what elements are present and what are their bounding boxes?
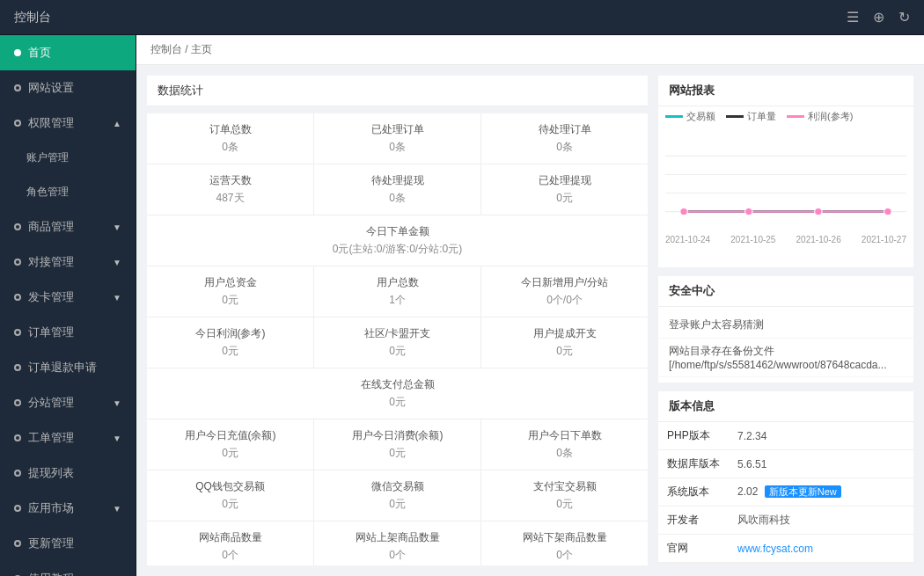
sidebar-item-docking[interactable]: 对接管理 ▼ <box>0 244 136 280</box>
stat-cell-orders-processed: 已处理订单 0条 <box>314 113 481 164</box>
globe-icon[interactable]: ⊕ <box>873 9 884 26</box>
sidebar-item-label: 提现列表 <box>28 465 74 481</box>
legend-color-profit <box>787 115 804 118</box>
legend-color-orders <box>726 115 744 118</box>
stat-cell-goods-offline: 网站下架商品数量 0个 <box>481 521 648 565</box>
stat-value: 0个/0个 <box>488 293 641 308</box>
sidebar-item-label: 首页 <box>28 45 51 61</box>
sidebar-item-orders[interactable]: 订单管理 <box>0 315 136 350</box>
stat-cell-goods-count: 网站商品数量 0个 <box>147 521 314 565</box>
version-number: 2.02 <box>737 485 758 498</box>
stat-label: 用户总数 <box>321 275 473 290</box>
legend-label: 订单量 <box>747 110 776 123</box>
sidebar-item-appmarket[interactable]: 应用市场 ▼ <box>0 491 136 526</box>
sidebar-item-refund[interactable]: 订单退款申请 <box>0 350 136 385</box>
stat-cell-withdraw-pending: 待处理提现 0条 <box>314 164 481 215</box>
stat-label: 网站上架商品数量 <box>321 530 473 545</box>
version-key: PHP版本 <box>658 422 729 450</box>
sidebar-dot <box>14 505 21 512</box>
content: 控制台 / 主页 数据统计 订单总数 0条 已处理订单 0条 <box>136 35 924 576</box>
sidebar-item-permissions[interactable]: 权限管理 ▲ <box>0 106 136 141</box>
stat-value: 0元 <box>488 191 641 206</box>
sidebar-item-label: 使用教程 <box>28 571 74 576</box>
stat-value: 0个 <box>488 548 641 563</box>
version-value: www.fcysat.com <box>729 535 913 563</box>
stat-cell-recharge: 用户今日充值(余额) 0元 <box>147 419 314 470</box>
chevron-down-icon: ▼ <box>113 258 121 267</box>
sidebar-item-label: 角色管理 <box>26 185 69 200</box>
sidebar-item-subsite[interactable]: 分站管理 ▼ <box>0 385 136 420</box>
stat-value: 0条 <box>488 140 641 155</box>
stat-label: 网站商品数量 <box>154 530 306 545</box>
chevron-up-icon: ▲ <box>113 119 121 128</box>
legend-color-transaction <box>665 115 683 118</box>
stat-label: 网站下架商品数量 <box>488 530 641 545</box>
chart-area: 2021-10-24 2021-10-25 2021-10-26 2021-10… <box>658 127 913 267</box>
website-link[interactable]: www.fcysat.com <box>737 543 813 555</box>
security-item: 登录账户太容易猜测 <box>658 312 913 339</box>
content-body: 数据统计 订单总数 0条 已处理订单 0条 待处理订单 <box>136 65 924 576</box>
stat-cell-alipay: 支付宝交易额 0元 <box>481 470 648 521</box>
sidebar-item-settings[interactable]: 网站设置 <box>0 70 136 106</box>
svg-point-10 <box>815 208 822 215</box>
sidebar-item-updates[interactable]: 更新管理 <box>0 526 136 561</box>
stat-label: 微信交易额 <box>321 479 473 494</box>
stat-label: 社区/卡盟开支 <box>321 326 473 341</box>
stat-value: 1个 <box>321 293 473 308</box>
main-left: 数据统计 订单总数 0条 已处理订单 0条 待处理订单 <box>147 76 648 565</box>
chart-x-label: 2021-10-24 <box>665 235 710 244</box>
sidebar-dot <box>14 294 21 301</box>
stat-value: 0条 <box>321 140 473 155</box>
stats-row: 运营天数 487天 待处理提现 0条 已处理提现 0元 <box>147 164 648 215</box>
topbar-title: 控制台 <box>14 10 829 26</box>
version-row: 开发者 风吹雨科技 <box>658 507 913 535</box>
legend-label: 利润(参考) <box>808 110 853 123</box>
svg-point-8 <box>680 208 687 215</box>
new-badge: 新版本更新New <box>765 485 841 498</box>
security-item: 网站目录存在备份文件 [/home/ftp/s/s5581462/wwwroot… <box>658 339 913 377</box>
stat-cell-qq: QQ钱包交易额 0元 <box>147 470 314 521</box>
stat-cell-total-funds: 用户总资金 0元 <box>147 266 314 317</box>
version-key: 官网 <box>658 535 729 563</box>
chart-x-labels: 2021-10-24 2021-10-25 2021-10-26 2021-10… <box>665 235 906 246</box>
sidebar-item-withdraw[interactable]: 提现列表 <box>0 456 136 491</box>
stat-label: 用户提成开支 <box>488 326 641 341</box>
stats-row: 在线支付总金额 0元 <box>147 368 648 419</box>
refresh-icon[interactable]: ↻ <box>898 9 910 26</box>
stat-cell-withdraw-done: 已处理提现 0元 <box>481 164 648 215</box>
sidebar-item-label: 发卡管理 <box>28 289 74 305</box>
version-key: 开发者 <box>658 507 729 535</box>
version-value: 风吹雨科技 <box>729 507 913 535</box>
sidebar-item-role[interactable]: 角色管理 <box>0 175 136 209</box>
sidebar-item-label: 账户管理 <box>26 150 69 165</box>
sidebar-item-card[interactable]: 发卡管理 ▼ <box>0 280 136 315</box>
sidebar-item-workorder[interactable]: 工单管理 ▼ <box>0 420 136 456</box>
chart-panel: 网站报表 交易额 订单量 利润(参考) <box>658 76 913 267</box>
version-value-with-badge: 2.02 新版本更新New <box>729 478 913 507</box>
sidebar-item-label: 订单退款申请 <box>28 360 97 375</box>
chart-x-label: 2021-10-26 <box>796 235 841 244</box>
sidebar-item-label: 更新管理 <box>28 536 74 551</box>
sidebar-item-home[interactable]: 首页 <box>0 35 136 70</box>
stat-label: 在线支付总金额 <box>154 377 641 392</box>
version-key: 数据库版本 <box>658 450 729 478</box>
chart-x-label: 2021-10-27 <box>862 235 906 244</box>
main-right: 网站报表 交易额 订单量 利润(参考) <box>658 76 913 565</box>
stat-cell-goods-online: 网站上架商品数量 0个 <box>314 521 481 565</box>
chevron-down-icon: ▼ <box>113 504 121 514</box>
version-row: 官网 www.fcysat.com <box>658 535 913 563</box>
breadcrumb: 控制台 / 主页 <box>136 35 924 65</box>
sidebar-item-goods[interactable]: 商品管理 ▼ <box>0 209 136 244</box>
sidebar-item-tutorial[interactable]: 使用教程 <box>0 561 136 576</box>
section-title: 数据统计 <box>147 76 648 106</box>
stats-row: 用户今日充值(余额) 0元 用户今日消费(余额) 0元 用户今日下单数 0条 <box>147 419 648 470</box>
sidebar-item-account[interactable]: 账户管理 <box>0 141 136 175</box>
sidebar-dot <box>14 49 21 56</box>
stat-label: 已处理订单 <box>321 122 473 137</box>
stat-label: 已处理提现 <box>488 173 641 188</box>
sidebar-item-label: 订单管理 <box>28 324 74 340</box>
chevron-down-icon: ▼ <box>113 434 121 443</box>
version-value: 7.2.34 <box>729 422 913 450</box>
stat-label: 待处理提现 <box>321 173 473 188</box>
menu-icon[interactable]: ☰ <box>847 9 859 26</box>
